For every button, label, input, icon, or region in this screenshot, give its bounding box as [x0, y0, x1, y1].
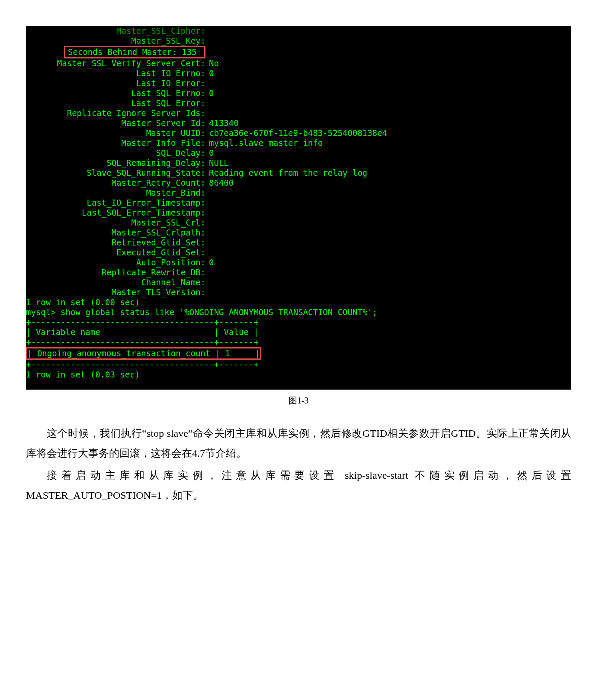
status-label: Auto_Position: [26, 258, 205, 268]
status-value: mysql.slave_master_info [205, 138, 323, 148]
status-row: Master_Server_Id:413340 [26, 118, 571, 128]
result-footer: 1 row in set (0.03 sec) [26, 370, 571, 380]
status-label: Last_SQL_Error_Timestamp: [26, 208, 205, 218]
table-border: +-------------------------------------+-… [26, 337, 571, 347]
status-label: SQL_Remaining_Delay: [26, 158, 205, 168]
status-value [205, 218, 209, 228]
table-border: +-------------------------------------+-… [26, 360, 571, 370]
status-value: 0 [205, 68, 214, 78]
status-row: Master_TLS_Version: [26, 287, 571, 297]
status-value: 0 [205, 88, 214, 98]
status-value: 413340 [205, 118, 239, 128]
status-row: Auto_Position:0 [26, 258, 571, 268]
status-label: Master_Info_File: [26, 138, 205, 148]
status-label: Last_IO_Error: [26, 78, 205, 88]
status-label: Master_TLS_Version: [26, 287, 205, 297]
status-value: 0 [205, 258, 214, 268]
status-value [205, 287, 209, 297]
status-value [205, 277, 209, 287]
status-value: Reading event from the relay log [205, 168, 367, 178]
status-value: NULL [205, 158, 229, 168]
sql-query: mysql> show global status like '%ONGOING… [26, 307, 571, 317]
status-value [205, 36, 209, 46]
table-border: +-------------------------------------+-… [26, 317, 571, 327]
status-label: Master_Bind: [26, 188, 205, 198]
status-value [205, 238, 209, 248]
status-row: Last_SQL_Errno:0 [26, 88, 571, 98]
status-value [205, 208, 209, 218]
status-value: cb7ea36e-670f-11e9-b483-5254008138e4 [205, 128, 387, 138]
status-row: Executed_Gtid_Set: [26, 248, 571, 258]
status-value [205, 228, 209, 238]
status-label: Slave_SQL_Running_State: [26, 168, 205, 178]
status-label: Seconds_Behind_Master: [68, 47, 177, 57]
status-row: Replicate_Rewrite_DB: [26, 268, 571, 277]
status-label: SQL_Delay: [26, 148, 205, 158]
status-row: Replicate_Ignore_Server_Ids: [26, 108, 571, 118]
status-row: Master_UUID:cb7ea36e-670f-11e9-b483-5254… [26, 128, 571, 138]
status-label: Replicate_Ignore_Server_Ids: [26, 108, 205, 118]
result-footer: 1 row in set (0.00 sec) [26, 297, 571, 307]
status-value [205, 108, 209, 118]
status-label: Master_SSL_Key: [26, 36, 205, 46]
status-row: Last_IO_Error: [26, 78, 571, 88]
status-value: No [205, 58, 219, 68]
status-row: Last_SQL_Error_Timestamp: [26, 208, 571, 218]
status-value [205, 188, 209, 198]
status-label: Master_Server_Id: [26, 118, 205, 128]
status-row: Master_Bind: [26, 188, 571, 198]
status-label: Last_IO_Errno: [26, 68, 205, 78]
status-value [205, 26, 209, 36]
status-label: Executed_Gtid_Set: [26, 248, 205, 258]
status-value [205, 98, 209, 108]
status-label: Master_UUID: [26, 128, 205, 138]
status-label: Last_SQL_Errno: [26, 88, 205, 98]
status-row: Slave_SQL_Running_State:Reading event fr… [26, 168, 571, 178]
status-value [205, 78, 209, 88]
status-row: Channel_Name: [26, 277, 571, 287]
status-row: Master_SSL_Crlpath: [26, 228, 571, 238]
status-value: 86400 [205, 178, 234, 188]
status-value [205, 268, 209, 277]
status-label: Last_SQL_Error: [26, 98, 205, 108]
status-row: Last_SQL_Error: [26, 98, 571, 108]
status-label: Master_SSL_Crlpath: [26, 228, 205, 238]
status-label: Last_IO_Error_Timestamp: [26, 198, 205, 208]
status-label: Master_Retry_Count: [26, 178, 205, 188]
status-value: 0 [205, 148, 214, 158]
body-paragraph: 接着启动主库和从库实例，注意从库需要设置 skip-slave-start 不随… [26, 466, 571, 505]
status-row: SQL_Remaining_Delay:NULL [26, 158, 571, 168]
status-label: Master_SSL_Cipher: [26, 26, 205, 36]
status-value [205, 198, 209, 208]
status-row: Last_IO_Error_Timestamp: [26, 198, 571, 208]
body-paragraph: 这个时候，我们执行“stop slave”命令关闭主库和从库实例，然后修改GTI… [26, 424, 571, 463]
status-label: Master_SSL_Crl: [26, 218, 205, 228]
terminal-output: Master_SSL_Cipher: Master_SSL_Key: Secon… [26, 26, 571, 390]
figure-caption: 图1-3 [26, 395, 571, 406]
status-row: Master_SSL_Crl: [26, 218, 571, 228]
status-row: SQL_Delay:0 [26, 148, 571, 158]
status-row: Master_Info_File:mysql.slave_master_info [26, 138, 571, 148]
status-row: Last_IO_Errno:0 [26, 68, 571, 78]
status-value [205, 248, 209, 258]
highlight-seconds-behind-master: Seconds_Behind_Master: 135 [64, 46, 205, 58]
table-header: | Variable_name | Value | [26, 327, 571, 337]
highlight-ongoing-anonymous-count: | Ongoing_anonymous_transaction_count | … [26, 347, 261, 360]
status-row: Master_Retry_Count:86400 [26, 178, 571, 188]
status-value: 135 [182, 47, 196, 57]
status-row: Retrieved_Gtid_Set: [26, 238, 571, 248]
status-row: Master_SSL_Verify_Server_Cert:No [26, 58, 571, 68]
status-label: Channel_Name: [26, 277, 205, 287]
status-label: Replicate_Rewrite_DB: [26, 268, 205, 277]
table-row: | Ongoing_anonymous_transaction_count | … [27, 348, 260, 358]
status-label: Master_SSL_Verify_Server_Cert: [26, 58, 205, 68]
status-label: Retrieved_Gtid_Set: [26, 238, 205, 248]
